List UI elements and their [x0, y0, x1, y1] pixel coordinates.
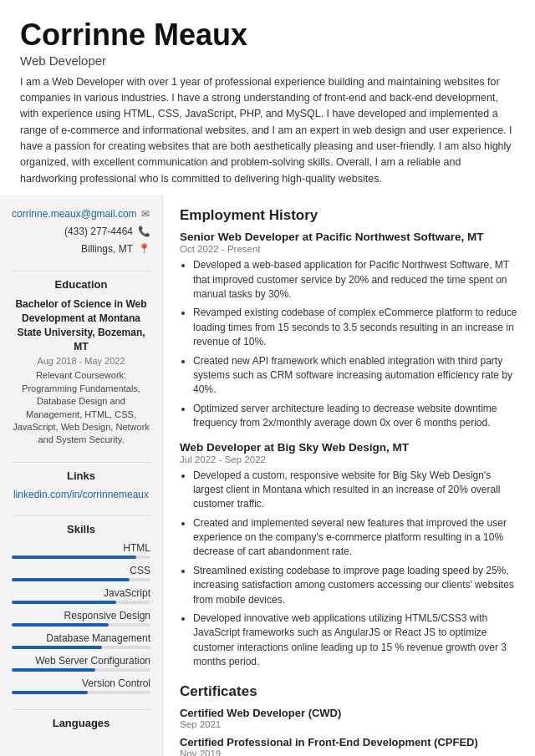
email-item[interactable]: corrinne.meaux@gmail.com ✉ [12, 207, 150, 221]
certificates-section: Certificates Certified Web Developer (CW… [180, 683, 518, 756]
job-2: Web Developer at Big Sky Web Design, MT … [180, 441, 518, 670]
links-section: Links linkedin.com/in/corrinnemeaux [12, 469, 150, 500]
employment-section: Employment History Senior Web Developer … [180, 207, 518, 669]
skills-title: Skills [12, 523, 150, 535]
skill-server-label: Web Server Configuration [12, 655, 150, 667]
skill-css: CSS [12, 565, 150, 581]
divider-1 [12, 271, 150, 271]
skill-html: HTML [12, 542, 150, 559]
cert-1-title: Certified Web Developer (CWD) [180, 707, 518, 719]
skill-js-bar-fill [12, 601, 116, 604]
education-coursework: Relevant Coursework: Programming Fundame… [12, 369, 150, 446]
education-section: Education Bachelor of Science in Web Dev… [12, 278, 150, 447]
education-block: Bachelor of Science in Web Development a… [12, 297, 150, 447]
phone-text: (433) 277-4464 [64, 226, 133, 237]
cert-2: Certified Professional in Front-End Deve… [180, 736, 518, 756]
job-1-bullet-4: Optimized server architecture leading to… [193, 402, 518, 431]
coursework-label: Relevant Coursework: [36, 370, 126, 380]
linkedin-link[interactable]: linkedin.com/in/corrinnemeaux [12, 489, 150, 500]
job-1-bullets: Developed a web-based application for Pa… [180, 258, 518, 430]
sidebar: corrinne.meaux@gmail.com ✉ (433) 277-446… [0, 195, 163, 756]
candidate-title: Web Developer [20, 53, 515, 68]
location-text: Billings, MT [81, 243, 133, 255]
cert-2-title: Certified Professional in Front-End Deve… [180, 736, 518, 748]
links-title: Links [12, 469, 150, 482]
skills-section: Skills HTML CSS JavaScript [12, 523, 150, 694]
skill-html-bar-bg [12, 556, 150, 559]
job-2-bullet-1: Developed a custom, responsive website f… [193, 469, 518, 512]
languages-section: Languages [12, 717, 150, 729]
header: Corrinne Meaux Web Developer I am a Web … [0, 0, 535, 195]
skill-css-bar-fill [12, 578, 130, 581]
skill-responsive-bar-fill [12, 623, 109, 627]
job-2-bullet-4: Developed innovative web applications ut… [193, 611, 518, 670]
resume-wrapper: Corrinne Meaux Web Developer I am a Web … [0, 0, 535, 756]
skill-vc-label: Version Control [12, 677, 150, 689]
skill-db-bar-bg [12, 646, 150, 649]
skill-db-label: Database Management [12, 632, 150, 644]
skill-js: JavaScript [12, 587, 150, 604]
main-content: Employment History Senior Web Developer … [163, 195, 535, 756]
languages-title: Languages [12, 717, 150, 729]
skill-db: Database Management [12, 632, 150, 649]
job-2-bullet-3: Streamlined existing codebase to improve… [193, 564, 518, 607]
skill-vc: Version Control [12, 677, 150, 694]
skill-html-label: HTML [12, 542, 150, 554]
cert-2-date: Nov 2019 [180, 748, 518, 756]
employment-title: Employment History [180, 207, 518, 224]
job-1-title: Senior Web Developer at Pacific Northwes… [180, 231, 518, 243]
email-text: corrinne.meaux@gmail.com [12, 208, 137, 220]
candidate-name: Corrinne Meaux [20, 18, 515, 52]
job-2-bullets: Developed a custom, responsive website f… [180, 469, 518, 670]
job-2-dates: Jul 2022 - Sep 2022 [180, 454, 518, 464]
candidate-summary: I am a Web Developer with over 1 year of… [20, 74, 515, 188]
location-item: Billings, MT 📍 [12, 242, 150, 256]
job-1: Senior Web Developer at Pacific Northwes… [180, 231, 518, 430]
skill-css-bar-bg [12, 578, 150, 581]
contact-section: corrinne.meaux@gmail.com ✉ (433) 277-446… [12, 207, 150, 256]
divider-2 [12, 462, 150, 463]
job-1-bullet-3: Created new API framework which enabled … [193, 354, 518, 398]
divider-4 [12, 709, 150, 710]
phone-icon: 📞 [137, 225, 150, 238]
location-icon: 📍 [137, 242, 150, 256]
education-dates: Aug 2018 - May 2022 [12, 356, 150, 366]
phone-item: (433) 277-4464 📞 [12, 225, 150, 238]
job-1-dates: Oct 2022 - Present [180, 244, 518, 254]
skill-vc-bar-fill [12, 691, 88, 694]
skill-server-bar-bg [12, 668, 150, 672]
job-2-title: Web Developer at Big Sky Web Design, MT [180, 441, 518, 454]
skill-css-label: CSS [12, 565, 150, 576]
job-2-bullet-2: Created and implemented several new feat… [193, 516, 518, 560]
skill-responsive: Responsive Design [12, 610, 150, 627]
columns-wrapper: corrinne.meaux@gmail.com ✉ (433) 277-446… [0, 195, 535, 756]
coursework-text: Programming Fundamentals, Database Desig… [13, 383, 150, 445]
skill-responsive-label: Responsive Design [12, 610, 150, 622]
skill-js-label: JavaScript [12, 587, 150, 599]
divider-3 [12, 515, 150, 516]
skill-vc-bar-bg [12, 691, 150, 694]
certificates-title: Certificates [180, 683, 518, 700]
education-degree: Bachelor of Science in Web Development a… [12, 297, 150, 353]
skill-responsive-bar-bg [12, 623, 150, 627]
job-1-bullet-2: Revamped existing codebase of complex eC… [193, 306, 518, 349]
skill-server-bar-fill [12, 668, 95, 672]
skill-html-bar-fill [12, 556, 136, 559]
cert-1-date: Sep 2021 [180, 719, 518, 729]
skill-db-bar-fill [12, 646, 102, 649]
cert-1: Certified Web Developer (CWD) Sep 2021 [180, 707, 518, 729]
skill-server: Web Server Configuration [12, 655, 150, 672]
email-icon: ✉ [141, 207, 150, 221]
skill-js-bar-bg [12, 601, 150, 604]
job-1-bullet-1: Developed a web-based application for Pa… [193, 258, 518, 302]
education-title: Education [12, 278, 150, 291]
